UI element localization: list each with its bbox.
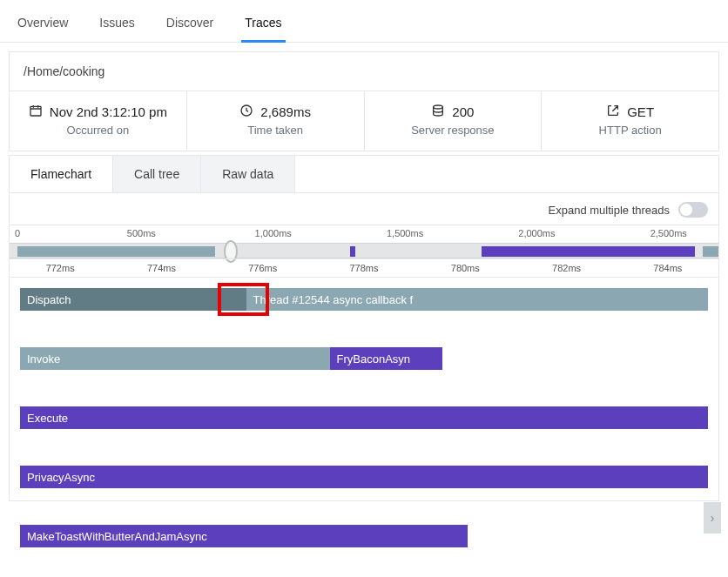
metric-time-value: 2,689ms — [260, 104, 311, 119]
minimap[interactable] — [10, 243, 718, 258]
minimap-segment — [350, 246, 355, 257]
metric-http-value: GET — [627, 104, 654, 119]
flame-row: PrivacyAsync — [20, 466, 708, 488]
metric-occurred-label: Occurred on — [17, 124, 179, 137]
tab-discover[interactable]: Discover — [163, 10, 217, 42]
flame-row: MakeToastWithButterAndJamAsync — [20, 525, 708, 547]
outer-tick: 1,500ms — [387, 228, 423, 238]
flame-row: DispatchThread #12544 async callback f — [20, 288, 708, 311]
inner-tick: 782ms — [552, 263, 581, 273]
inner-tick: 780ms — [451, 263, 480, 273]
tab-issues[interactable]: Issues — [96, 10, 138, 42]
outer-timeline-ruler: 0500ms1,000ms1,500ms2,000ms2,500ms — [10, 225, 718, 243]
inner-tick: 784ms — [653, 263, 682, 273]
minimap-segment — [17, 246, 215, 257]
expand-threads-toggle[interactable] — [678, 202, 708, 218]
outer-tick: 0 — [15, 228, 20, 238]
clock-icon — [239, 104, 253, 120]
subtab-rawdata[interactable]: Raw data — [201, 156, 295, 192]
metric-time-label: Time taken — [194, 124, 357, 137]
metric-occurred-value: Nov 2nd 3:12:10 pm — [50, 104, 167, 119]
svg-rect-0 — [30, 106, 41, 116]
metric-http-label: HTTP action — [549, 124, 711, 137]
bar-invoke[interactable]: Invoke — [20, 347, 330, 370]
bar-dispatch[interactable]: Dispatch — [20, 288, 246, 311]
bar-make-toast[interactable]: MakeToastWithButterAndJamAsync — [20, 525, 468, 547]
inner-tick: 778ms — [349, 263, 378, 273]
tab-traces[interactable]: Traces — [241, 10, 285, 42]
metric-server-label: Server response — [372, 124, 535, 137]
subtab-calltree[interactable]: Call tree — [113, 156, 201, 192]
flamechart[interactable]: DispatchThread #12544 async callback fIn… — [20, 288, 708, 466]
outer-tick: 2,000ms — [518, 228, 555, 238]
inner-tick: 772ms — [46, 263, 75, 273]
bar-thread-callback[interactable]: Thread #12544 async callback f — [246, 288, 708, 311]
bar-privacy[interactable]: PrivacyAsync — [20, 466, 708, 488]
flame-row: InvokeFryBaconAsyn — [20, 347, 708, 370]
bar-fry-bacon[interactable]: FryBaconAsyn — [330, 347, 443, 370]
minimap-segment — [703, 246, 718, 257]
subtab-flamechart[interactable]: Flamechart — [10, 156, 113, 192]
minimap-segment — [482, 246, 695, 257]
outer-tick: 500ms — [127, 228, 156, 238]
external-link-icon — [606, 104, 620, 120]
calendar-icon — [29, 104, 43, 120]
inner-timeline-ruler: 772ms774ms776ms778ms780ms782ms784ms — [10, 258, 718, 278]
expand-threads-label: Expand multiple threads — [549, 204, 670, 217]
inner-tick: 776ms — [248, 263, 277, 273]
breadcrumb: /Home/cooking — [10, 52, 718, 91]
flame-row: Execute — [20, 406, 708, 429]
metric-server-value: 200 — [452, 104, 474, 119]
scroll-right-button[interactable]: › — [704, 502, 721, 533]
svg-point-2 — [434, 105, 443, 109]
outer-tick: 2,500ms — [650, 228, 687, 238]
server-icon — [431, 104, 445, 120]
tab-overview[interactable]: Overview — [14, 10, 71, 42]
outer-tick: 1,000ms — [255, 228, 292, 238]
inner-tick: 774ms — [147, 263, 176, 273]
bar-execute[interactable]: Execute — [20, 406, 708, 429]
